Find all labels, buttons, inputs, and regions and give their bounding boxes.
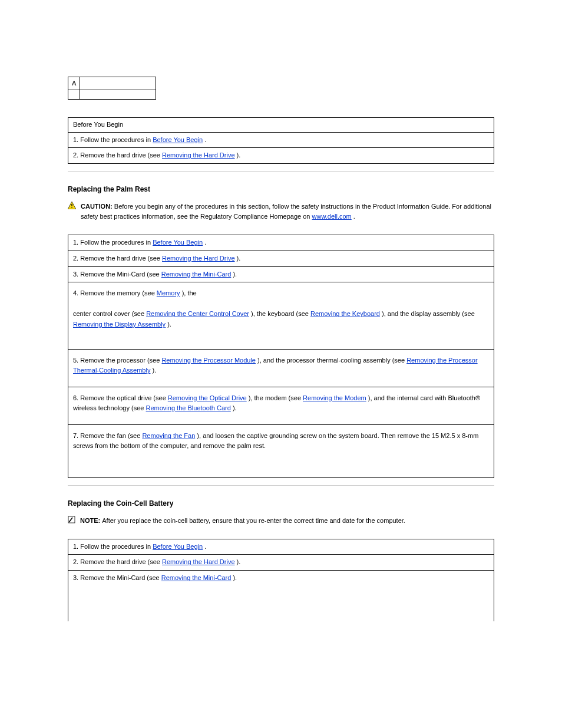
text: . bbox=[204, 239, 206, 246]
note-block: NOTE: After you replace the coin-cell ba… bbox=[68, 516, 494, 526]
removing-display-assembly-link[interactable]: Removing the Display Assembly bbox=[73, 321, 166, 328]
text: 1. Follow the procedures in bbox=[73, 239, 153, 246]
divider bbox=[68, 171, 494, 172]
text: ). bbox=[233, 574, 237, 581]
before-you-begin-link[interactable]: Before You Begin bbox=[153, 136, 203, 143]
text: 5. Remove the processor (see bbox=[73, 357, 161, 364]
before-begin-header: Before You Begin bbox=[68, 118, 494, 132]
removing-optical-drive-link[interactable]: Removing the Optical Drive bbox=[168, 394, 247, 401]
before-begin-row2: 2. Remove the hard drive (see Removing t… bbox=[68, 148, 494, 164]
palm-row1: 1. Follow the procedures in Before You B… bbox=[68, 235, 494, 251]
removing-processor-module-link[interactable]: Removing the Processor Module bbox=[161, 357, 256, 364]
svg-rect-2 bbox=[71, 207, 72, 207]
cell-b-left bbox=[68, 90, 80, 100]
text: ). bbox=[237, 255, 241, 262]
svg-rect-1 bbox=[71, 204, 72, 206]
palm-row6: 6. Remove the optical drive (see Removin… bbox=[68, 387, 494, 424]
palm-row2: 2. Remove the hard drive (see Removing t… bbox=[68, 251, 494, 266]
removing-center-control-cover-link[interactable]: Removing the Center Control Cover bbox=[146, 310, 249, 317]
text: 2. Remove the hard drive (see bbox=[73, 255, 162, 262]
palm-rest-table: 1. Follow the procedures in Before You B… bbox=[68, 235, 494, 478]
removing-hard-drive-link[interactable]: Removing the Hard Drive bbox=[162, 151, 235, 159]
text: ). bbox=[153, 367, 157, 374]
text: 2. Remove the hard drive (see bbox=[73, 558, 162, 565]
cell-a-right bbox=[80, 77, 156, 90]
text: 1. Follow the procedures in bbox=[73, 136, 153, 143]
caution-block: CAUTION: Before you begin any of the pro… bbox=[68, 202, 494, 222]
memory-link[interactable]: Memory bbox=[157, 289, 180, 297]
removing-mini-card-link[interactable]: Removing the Mini-Card bbox=[161, 271, 232, 278]
coin-row2: 2. Remove the hard drive (see Removing t… bbox=[68, 555, 494, 571]
note-body: After you replace the coin-cell battery,… bbox=[102, 517, 405, 524]
text: ), the bbox=[182, 289, 197, 297]
palm-row7: 7. Remove the fan (see Removing the Fan … bbox=[68, 424, 494, 477]
type-a-table: A bbox=[68, 77, 156, 100]
caution-bold: CAUTION: bbox=[81, 203, 114, 210]
text: center control cover (see bbox=[73, 310, 146, 317]
coin-row3: 3. Remove the Mini-Card (see Removing th… bbox=[68, 571, 494, 621]
coin-cell-table: 1. Follow the procedures in Before You B… bbox=[68, 539, 494, 621]
removing-bluetooth-card-link[interactable]: Removing the Bluetooth Card bbox=[146, 404, 231, 411]
text: 2. Remove the hard drive (see bbox=[73, 151, 162, 159]
removing-keyboard-link[interactable]: Removing the Keyboard bbox=[310, 310, 380, 317]
caution-body: Before you begin any of the procedures i… bbox=[81, 203, 491, 220]
caution-icon bbox=[68, 202, 76, 209]
text: ), and the display assembly (see bbox=[382, 310, 475, 317]
divider bbox=[68, 485, 494, 486]
note-text: NOTE: After you replace the coin-cell ba… bbox=[80, 516, 405, 526]
text: ). bbox=[233, 404, 237, 411]
before-you-begin-link[interactable]: Before You Begin bbox=[153, 543, 203, 550]
text: 4. Remove the memory (see bbox=[73, 289, 157, 297]
before-begin-table: Before You Begin 1. Follow the procedure… bbox=[68, 117, 494, 164]
text: 7. Remove the fan (see bbox=[73, 432, 142, 439]
text: . bbox=[204, 136, 206, 143]
coin-cell-heading: Replacing the Coin-Cell Battery bbox=[68, 499, 494, 509]
text: ). bbox=[237, 151, 241, 159]
cell-a: A bbox=[68, 77, 80, 90]
coin-row1: 1. Follow the procedures in Before You B… bbox=[68, 539, 494, 555]
text: . bbox=[204, 543, 206, 550]
palm-rest-heading: Replacing the Palm Rest bbox=[68, 185, 494, 195]
note-bold: NOTE: bbox=[80, 517, 102, 524]
text: 3. Remove the Mini-Card (see bbox=[73, 271, 161, 278]
text: ). bbox=[167, 321, 171, 328]
before-you-begin-link[interactable]: Before You Begin bbox=[153, 239, 203, 246]
cell-b-right bbox=[80, 90, 156, 100]
text: ). bbox=[237, 558, 241, 565]
before-begin-row1: 1. Follow the procedures in Before You B… bbox=[68, 132, 494, 148]
palm-row5: 5. Remove the processor (see Removing th… bbox=[68, 349, 494, 387]
text: ). bbox=[233, 271, 237, 278]
text: 1. Follow the procedures in bbox=[73, 543, 153, 550]
dell-link[interactable]: www.dell.com bbox=[312, 213, 352, 220]
removing-mini-card-link[interactable]: Removing the Mini-Card bbox=[161, 574, 232, 581]
palm-row3: 3. Remove the Mini-Card (see Removing th… bbox=[68, 266, 494, 282]
palm-row4: 4. Remove the memory (see Memory ), the … bbox=[68, 282, 494, 349]
caution-suffix: . bbox=[353, 213, 355, 220]
text: ), the keyboard (see bbox=[251, 310, 310, 317]
removing-hard-drive-link[interactable]: Removing the Hard Drive bbox=[162, 255, 235, 262]
removing-hard-drive-link[interactable]: Removing the Hard Drive bbox=[162, 558, 235, 565]
note-icon bbox=[68, 516, 75, 523]
text: 6. Remove the optical drive (see bbox=[73, 394, 168, 401]
caution-text: CAUTION: Before you begin any of the pro… bbox=[81, 202, 494, 222]
removing-fan-link[interactable]: Removing the Fan bbox=[142, 432, 195, 439]
text: 3. Remove the Mini-Card (see bbox=[73, 574, 161, 581]
text: ), and the processor thermal-cooling ass… bbox=[257, 357, 406, 364]
removing-modem-link[interactable]: Removing the Modem bbox=[303, 394, 366, 401]
text: ), the modem (see bbox=[249, 394, 303, 401]
